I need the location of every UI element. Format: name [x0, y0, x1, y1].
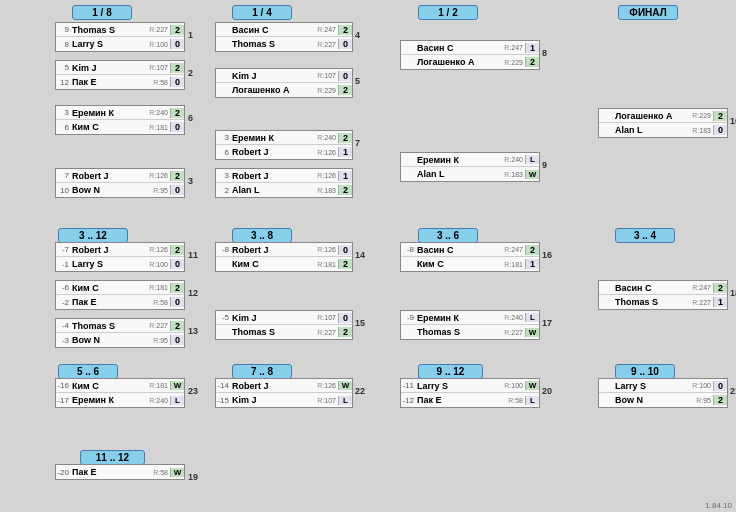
player-row: Thomas S R:227 2	[216, 325, 352, 339]
player-row: Thomas S R:227 0	[216, 37, 352, 51]
player-name: Larry S	[415, 381, 502, 391]
player-name: Robert J	[70, 171, 147, 181]
player-score: 2	[525, 57, 539, 67]
player-name: Пак E	[70, 77, 151, 87]
player-rating: R:240	[502, 156, 525, 163]
losers-header-5: 5 .. 6	[58, 364, 118, 379]
player-seed: -7	[56, 245, 70, 254]
player-row: Kim J R:107 0	[216, 69, 352, 83]
player-name: Thomas S	[230, 39, 315, 49]
player-rating: R:183	[502, 171, 525, 178]
player-score: 0	[338, 39, 352, 49]
player-rating: R:58	[151, 79, 170, 86]
player-score: 2	[170, 108, 184, 118]
player-name: Kim J	[230, 71, 315, 81]
player-row: 2 Alan L R:183 2	[216, 183, 352, 197]
match-num-l11: 11	[188, 250, 198, 260]
player-rating: R:107	[315, 397, 338, 404]
player-seed: 9	[56, 25, 70, 34]
match-l18: Васин С R:247 2 Thomas S R:227 1	[598, 280, 728, 310]
player-score: 2	[338, 327, 352, 337]
player-rating: R:100	[690, 382, 713, 389]
player-score: 2	[338, 259, 352, 269]
match-num-5: 4	[355, 30, 360, 40]
match-num-l16: 16	[542, 250, 552, 260]
player-row: Васин С R:247 2	[216, 23, 352, 37]
match-num-l18: 18	[730, 288, 736, 298]
player-name: Alan L	[415, 169, 502, 179]
player-row: -5 Kim J R:107 0	[216, 311, 352, 325]
player-seed: -6	[56, 283, 70, 292]
match-2: 5 Kim J R:107 2 12 Пак E R:58 0	[55, 60, 185, 90]
player-row: Васин С R:247 2	[599, 281, 727, 295]
player-name: Ким С	[70, 122, 147, 132]
player-row: -9 Еремин К R:240 L	[401, 311, 539, 325]
player-name: Пак E	[70, 467, 151, 477]
player-score: 0	[338, 71, 352, 81]
player-seed: -3	[56, 336, 70, 345]
player-rating: R:227	[502, 329, 525, 336]
player-score: 2	[338, 185, 352, 195]
player-rating: R:107	[315, 314, 338, 321]
player-row: 10 Bow N R:95 0	[56, 183, 184, 197]
player-score: 2	[170, 283, 184, 293]
match-sf1: Васин С R:247 1 Логашенко А R:229 2	[400, 40, 540, 70]
player-name: Еремин К	[70, 395, 147, 405]
player-rating: R:95	[694, 397, 713, 404]
player-name: Bow N	[70, 185, 151, 195]
player-rating: R:247	[502, 44, 525, 51]
player-rating: R:227	[315, 41, 338, 48]
player-rating: R:240	[315, 134, 338, 141]
match-7: 3 Еремин К R:240 2 6 Robert J R:126 1	[215, 130, 353, 160]
player-name: Robert J	[230, 147, 315, 157]
player-name: Kim J	[70, 63, 147, 73]
player-score: 1	[525, 259, 539, 269]
player-rating: R:247	[502, 246, 525, 253]
player-row: Логашенко А R:229 2	[599, 109, 727, 123]
player-score: 0	[170, 259, 184, 269]
round-header-1: 1 / 8	[72, 5, 132, 20]
player-score: L	[525, 396, 539, 405]
player-score: L	[338, 396, 352, 405]
player-name: Robert J	[70, 245, 147, 255]
player-score: 0	[338, 313, 352, 323]
player-name: Ким С	[70, 283, 147, 293]
player-seed: -8	[401, 245, 415, 254]
player-score: L	[525, 155, 539, 164]
match-l20: -11 Larry S R:100 W -12 Пак E R:58 L	[400, 378, 540, 408]
player-score: 0	[170, 185, 184, 195]
player-row: -14 Robert J R:126 W	[216, 379, 352, 393]
player-score: W	[525, 170, 539, 179]
losers-header-9: 11 .. 12	[80, 450, 145, 465]
match-l22: -14 Robert J R:126 W -15 Kim J R:107 L	[215, 378, 353, 408]
player-rating: R:126	[147, 172, 170, 179]
player-rating: R:227	[315, 329, 338, 336]
match-l14: -8 Robert J R:126 0 Ким С R:181 2	[215, 242, 353, 272]
player-seed: 7	[56, 171, 70, 180]
match-num-l13: 13	[188, 326, 198, 336]
player-row: -20 Пак E R:58 W	[56, 465, 184, 479]
player-name: Kim J	[230, 313, 315, 323]
player-row: -2 Пак E R:58 0	[56, 295, 184, 309]
player-rating: R:183	[315, 187, 338, 194]
match-num-final: 10	[730, 116, 736, 126]
player-rating: R:229	[315, 87, 338, 94]
player-row: Логашенко А R:229 2	[401, 55, 539, 69]
player-rating: R:240	[147, 397, 170, 404]
player-seed: 8	[56, 40, 70, 49]
match-num-1: 1	[188, 30, 193, 40]
match-8: 3 Robert J R:126 1 2 Alan L R:183 2	[215, 168, 353, 198]
player-name: Kim J	[230, 395, 315, 405]
match-num-l23: 23	[188, 386, 198, 396]
player-score: 2	[170, 63, 184, 73]
match-num-2: 2	[188, 68, 193, 78]
match-num-sf1: 8	[542, 48, 547, 58]
player-row: -12 Пак E R:58 L	[401, 393, 539, 407]
player-seed: -15	[216, 396, 230, 405]
player-score: L	[170, 396, 184, 405]
player-row: -6 Ким С R:181 2	[56, 281, 184, 295]
player-score: 2	[713, 111, 727, 121]
player-name: Larry S	[613, 381, 690, 391]
player-row: 5 Kim J R:107 2	[56, 61, 184, 75]
match-l15: -5 Kim J R:107 0 Thomas S R:227 2	[215, 310, 353, 340]
